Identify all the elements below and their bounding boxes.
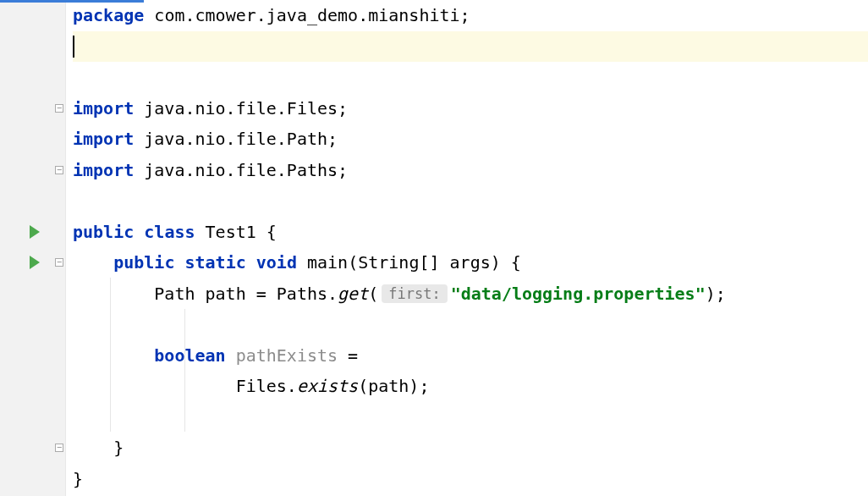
run-method-icon[interactable] xyxy=(30,256,40,269)
keyword-import: import xyxy=(73,160,134,180)
class-declaration: Test1 { xyxy=(195,222,277,242)
keyword-static: static xyxy=(184,252,245,273)
unused-variable: pathExists xyxy=(226,345,338,366)
code-line[interactable]: boolean pathExists = xyxy=(73,340,868,372)
package-path: com.cmower.java_demo.mianshiti; xyxy=(144,5,470,25)
keyword-import: import xyxy=(73,98,134,118)
run-class-icon[interactable] xyxy=(30,225,40,239)
code-line[interactable]: public static void main(String[] args) { xyxy=(73,247,868,278)
keyword-import: import xyxy=(73,129,134,149)
keyword-public: public xyxy=(73,222,134,242)
code-line[interactable]: Path path = Paths.get(first:"data/loggin… xyxy=(73,278,868,310)
code-line-empty[interactable] xyxy=(73,62,868,93)
import-path: java.nio.file.Path; xyxy=(134,129,338,149)
keyword-boolean: boolean xyxy=(154,345,225,366)
keyword-void: void xyxy=(256,252,297,273)
method-call: get xyxy=(338,284,368,304)
code-line[interactable]: import java.nio.file.Files; xyxy=(73,93,868,124)
code-line[interactable]: } xyxy=(73,433,868,464)
code-line[interactable]: } xyxy=(73,464,868,495)
keyword-package: package xyxy=(73,5,144,25)
code-line[interactable]: Files.exists(path); xyxy=(73,371,868,402)
fold-icon[interactable] xyxy=(55,166,63,174)
method-signature: main(String[] args) { xyxy=(297,252,521,273)
close-brace: } xyxy=(73,438,124,458)
keyword-class: class xyxy=(144,222,195,242)
close-brace: } xyxy=(73,469,83,489)
fold-icon[interactable] xyxy=(55,258,63,267)
code-text: Path path = Paths. xyxy=(73,284,338,304)
fold-icon[interactable] xyxy=(55,444,63,452)
code-editor[interactable]: package com.cmower.java_demo.mianshiti; … xyxy=(66,0,868,496)
string-literal: "data/logging.properties" xyxy=(451,284,706,304)
keyword-public: public xyxy=(113,252,174,273)
code-line-current[interactable] xyxy=(73,31,868,63)
code-line[interactable]: public class Test1 { xyxy=(73,217,868,248)
editor-gutter xyxy=(0,0,66,496)
fold-icon[interactable] xyxy=(55,104,63,113)
method-call: exists xyxy=(297,376,358,396)
code-line[interactable]: import java.nio.file.Path; xyxy=(73,124,868,155)
import-path: java.nio.file.Files; xyxy=(134,98,348,118)
code-line-empty[interactable] xyxy=(73,185,868,217)
text-caret xyxy=(73,36,74,58)
code-line-empty[interactable] xyxy=(73,402,868,433)
code-line[interactable]: package com.cmower.java_demo.mianshiti; xyxy=(73,0,868,31)
import-path: java.nio.file.Paths; xyxy=(134,160,348,180)
code-line[interactable]: import java.nio.file.Paths; xyxy=(73,155,868,186)
parameter-hint: first: xyxy=(382,284,447,303)
code-line-empty[interactable] xyxy=(73,309,868,340)
code-text: Files. xyxy=(73,376,297,396)
